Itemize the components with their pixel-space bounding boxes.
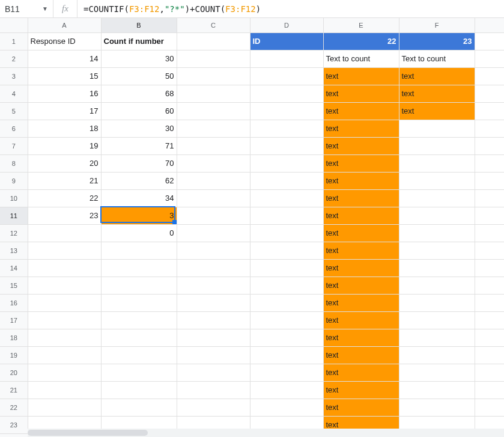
row-header-23[interactable]: 23 — [0, 416, 28, 433]
cell-B4[interactable]: 68 — [101, 85, 177, 102]
col-header-A[interactable]: A — [28, 18, 101, 32]
cell-F9[interactable] — [399, 172, 475, 189]
cell-A4[interactable]: 16 — [28, 85, 101, 102]
row-header-9[interactable]: 9 — [0, 172, 28, 189]
row-header-21[interactable]: 21 — [0, 381, 28, 399]
cell-C12[interactable] — [177, 224, 250, 242]
cell-D15[interactable] — [250, 277, 323, 294]
formula-input[interactable]: =COUNTIF(F3:F12,"?*")+COUNT(F3:F12) — [77, 0, 504, 17]
cell-D18[interactable] — [250, 329, 323, 346]
row-header-14[interactable]: 14 — [0, 259, 28, 277]
cell-D16[interactable] — [250, 294, 323, 311]
cell-E7[interactable]: text — [323, 137, 399, 154]
col-header-B[interactable]: B — [101, 18, 177, 32]
cell-extra-10[interactable] — [475, 189, 504, 207]
cell-A12[interactable] — [28, 224, 101, 242]
cell-C7[interactable] — [177, 137, 250, 154]
row-header-20[interactable]: 20 — [0, 364, 28, 381]
cell-A3[interactable]: 15 — [28, 67, 101, 85]
cell-B14[interactable] — [101, 259, 177, 277]
cell-E13[interactable]: text — [323, 242, 399, 259]
cell-C8[interactable] — [177, 154, 250, 172]
cell-extra-13[interactable] — [475, 242, 504, 259]
cell-C3[interactable] — [177, 67, 250, 85]
cell-F15[interactable] — [399, 277, 475, 294]
cell-C17[interactable] — [177, 311, 250, 329]
cell-extra-15[interactable] — [475, 277, 504, 294]
cell-B3[interactable]: 50 — [101, 67, 177, 85]
cell-C10[interactable] — [177, 189, 250, 207]
cell-extra-6[interactable] — [475, 120, 504, 137]
cell-extra-12[interactable] — [475, 224, 504, 242]
cell-extra-20[interactable] — [475, 364, 504, 381]
cell-A16[interactable] — [28, 294, 101, 311]
cell-D7[interactable] — [250, 137, 323, 154]
cell-F1[interactable]: 23 — [399, 32, 475, 50]
cell-A20[interactable] — [28, 364, 101, 381]
cell-E9[interactable]: text — [323, 172, 399, 189]
cell-D17[interactable] — [250, 311, 323, 329]
cell-C20[interactable] — [177, 364, 250, 381]
cell-D1[interactable]: ID — [250, 32, 323, 50]
cell-D4[interactable] — [250, 85, 323, 102]
row-header-6[interactable]: 6 — [0, 120, 28, 137]
row-header-7[interactable]: 7 — [0, 137, 28, 154]
cell-B21[interactable] — [101, 381, 177, 399]
row-header-17[interactable]: 17 — [0, 311, 28, 329]
cell-F13[interactable] — [399, 242, 475, 259]
cell-B17[interactable] — [101, 311, 177, 329]
cell-extra-9[interactable] — [475, 172, 504, 189]
row-header-1[interactable]: 1 — [0, 32, 28, 50]
cell-D5[interactable] — [250, 102, 323, 120]
cell-C21[interactable] — [177, 381, 250, 399]
cell-extra-19[interactable] — [475, 346, 504, 364]
cell-A17[interactable] — [28, 311, 101, 329]
cell-C16[interactable] — [177, 294, 250, 311]
cell-D20[interactable] — [250, 364, 323, 381]
cell-C13[interactable] — [177, 242, 250, 259]
cell-A13[interactable] — [28, 242, 101, 259]
row-header-8[interactable]: 8 — [0, 154, 28, 172]
cell-C15[interactable] — [177, 277, 250, 294]
cell-F4[interactable]: text — [399, 85, 475, 102]
cell-F22[interactable] — [399, 399, 475, 416]
cell-B19[interactable] — [101, 346, 177, 364]
cell-D14[interactable] — [250, 259, 323, 277]
cell-A9[interactable]: 21 — [28, 172, 101, 189]
cell-F19[interactable] — [399, 346, 475, 364]
cell-D9[interactable] — [250, 172, 323, 189]
cell-extra-18[interactable] — [475, 329, 504, 346]
select-all-corner[interactable] — [0, 18, 28, 32]
cell-B15[interactable] — [101, 277, 177, 294]
cell-F18[interactable] — [399, 329, 475, 346]
cell-A8[interactable]: 20 — [28, 154, 101, 172]
cell-D6[interactable] — [250, 120, 323, 137]
row-header-15[interactable]: 15 — [0, 277, 28, 294]
row-header-24[interactable]: 24 — [0, 433, 28, 437]
cell-B7[interactable]: 71 — [101, 137, 177, 154]
cell-D3[interactable] — [250, 67, 323, 85]
row-header-13[interactable]: 13 — [0, 242, 28, 259]
cell-D8[interactable] — [250, 154, 323, 172]
cell-F3[interactable]: text — [399, 67, 475, 85]
cell-C18[interactable] — [177, 329, 250, 346]
cell-E22[interactable]: text — [323, 399, 399, 416]
cell-C5[interactable] — [177, 102, 250, 120]
cell-extra-14[interactable] — [475, 259, 504, 277]
cell-B9[interactable]: 62 — [101, 172, 177, 189]
cell-E10[interactable]: text — [323, 189, 399, 207]
cell-C14[interactable] — [177, 259, 250, 277]
row-header-5[interactable]: 5 — [0, 102, 28, 120]
cell-E3[interactable]: text — [323, 67, 399, 85]
cell-D13[interactable] — [250, 242, 323, 259]
row-header-22[interactable]: 22 — [0, 399, 28, 416]
cell-A11[interactable]: 23 — [28, 207, 101, 224]
cell-F14[interactable] — [399, 259, 475, 277]
col-header-D[interactable]: D — [250, 18, 323, 32]
cell-B20[interactable] — [101, 364, 177, 381]
col-header-F[interactable]: F — [399, 18, 475, 32]
cell-A6[interactable]: 18 — [28, 120, 101, 137]
cell-A10[interactable]: 22 — [28, 189, 101, 207]
cell-E11[interactable]: text — [323, 207, 399, 224]
cell-A2[interactable]: 14 — [28, 50, 101, 67]
